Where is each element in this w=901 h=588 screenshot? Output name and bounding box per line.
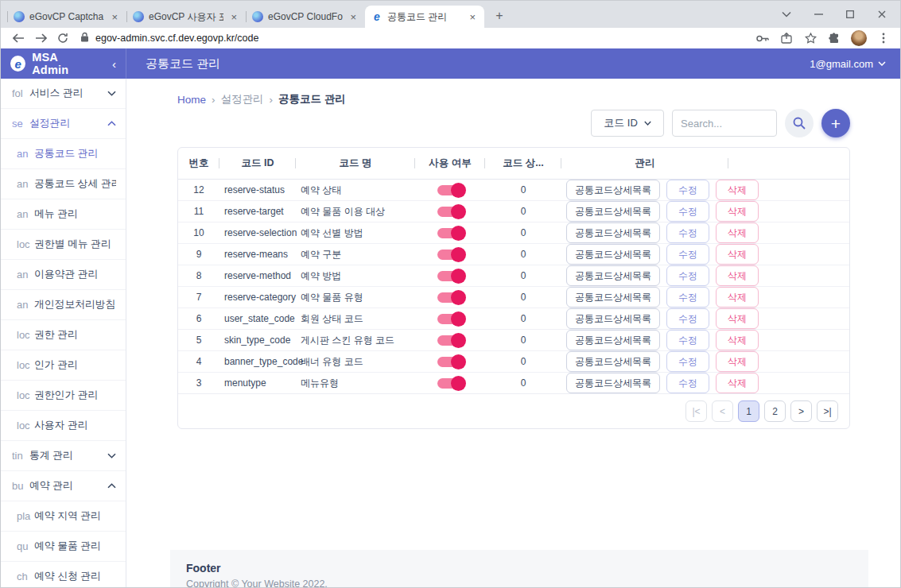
forward-icon[interactable] <box>31 29 50 47</box>
code-detail-list-button[interactable]: 공통코드상세목록 <box>566 222 660 243</box>
code-detail-list-button[interactable]: 공통코드상세목록 <box>566 287 660 308</box>
use-toggle-switch[interactable] <box>437 250 464 260</box>
maximize-icon[interactable] <box>840 5 860 24</box>
delete-button[interactable]: 삭제 <box>716 287 759 308</box>
edit-button[interactable]: 수정 <box>666 244 709 265</box>
edit-button[interactable]: 수정 <box>666 180 709 200</box>
use-toggle-switch[interactable] <box>437 207 464 217</box>
breadcrumb-home[interactable]: Home <box>177 94 206 106</box>
sidebar-item[interactable]: an 공통코드 상세 관리 <box>1 169 126 199</box>
delete-button[interactable]: 삭제 <box>716 222 759 243</box>
delete-button[interactable]: 삭제 <box>716 308 759 329</box>
sidebar-item[interactable]: se 설정관리 <box>1 109 126 139</box>
search-input[interactable] <box>672 110 777 137</box>
code-detail-list-button[interactable]: 공통코드상세목록 <box>566 330 660 350</box>
tab-close-icon[interactable]: × <box>228 11 239 23</box>
refresh-icon[interactable] <box>53 29 72 47</box>
tab-close-icon[interactable]: × <box>348 11 359 23</box>
url-text: egov-admin.svc.cf.dev.egovp.kr/code <box>95 33 258 44</box>
code-detail-list-button[interactable]: 공통코드상세목록 <box>566 351 660 372</box>
use-toggle-switch[interactable] <box>437 271 464 281</box>
edit-button[interactable]: 수정 <box>666 330 709 350</box>
sidebar-item[interactable]: an 메뉴 관리 <box>1 199 126 230</box>
use-toggle-switch[interactable] <box>437 314 464 324</box>
breadcrumb-level1[interactable]: 설정관리 <box>221 92 264 106</box>
sidebar-item[interactable]: bu 예약 관리 <box>1 471 126 501</box>
edit-button[interactable]: 수정 <box>666 373 709 393</box>
delete-button[interactable]: 삭제 <box>716 330 759 350</box>
sidebar-item[interactable]: loc 권한별 메뉴 관리 <box>1 230 126 260</box>
minimize-icon[interactable] <box>808 5 829 24</box>
extensions-puzzle-icon[interactable] <box>827 31 841 45</box>
sidebar-item[interactable]: ch 예약 신청 관리 <box>1 562 126 588</box>
page-button[interactable]: >| <box>817 400 838 422</box>
page-button[interactable]: > <box>790 400 812 422</box>
key-icon[interactable] <box>755 31 770 45</box>
cell-use-toggle <box>415 228 485 238</box>
sidebar-item[interactable]: an 개인정보처리방침 관 <box>1 290 126 320</box>
browser-tab[interactable]: e 공통코드 관리 × <box>365 6 484 28</box>
page-button[interactable]: 2 <box>764 400 786 422</box>
edit-button[interactable]: 수정 <box>666 287 709 308</box>
browser-tab[interactable]: eGovCP CloudFoundry × <box>246 6 365 28</box>
omnibox[interactable]: egov-admin.svc.cf.dev.egovp.kr/code <box>76 29 752 47</box>
sidebar-item[interactable]: loc 인가 관리 <box>1 350 126 381</box>
add-code-button[interactable]: + <box>821 109 850 137</box>
page-button[interactable]: |< <box>685 400 707 422</box>
code-detail-list-button[interactable]: 공통코드상세목록 <box>566 308 660 329</box>
delete-button[interactable]: 삭제 <box>716 265 759 286</box>
code-detail-list-button[interactable]: 공통코드상세목록 <box>566 244 660 265</box>
delete-button[interactable]: 삭제 <box>716 244 759 265</box>
delete-button[interactable]: 삭제 <box>716 351 759 372</box>
use-toggle-switch[interactable] <box>437 185 464 195</box>
sidebar-collapse-icon[interactable]: ‹ <box>112 57 116 71</box>
bookmark-star-icon[interactable] <box>803 31 818 45</box>
code-detail-list-button[interactable]: 공통코드상세목록 <box>566 201 660 222</box>
cell-number: 10 <box>178 227 219 238</box>
use-toggle-switch[interactable] <box>437 292 464 303</box>
cell-use-toggle <box>415 314 485 324</box>
edit-button[interactable]: 수정 <box>666 265 709 286</box>
browser-tab[interactable]: eGovCP Captcha × <box>7 6 126 28</box>
edit-button[interactable]: 수정 <box>666 201 709 222</box>
page-button[interactable]: < <box>712 400 733 422</box>
cell-code-name: 게시판 스킨 유형 코드 <box>296 334 415 347</box>
close-icon[interactable] <box>872 5 892 24</box>
sidebar-item[interactable]: an 공통코드 관리 <box>1 139 126 169</box>
tab-close-icon[interactable]: × <box>109 11 120 23</box>
kebab-menu-icon[interactable] <box>876 31 891 45</box>
code-detail-list-button[interactable]: 공통코드상세목록 <box>566 180 660 200</box>
use-toggle-switch[interactable] <box>437 357 464 367</box>
user-menu[interactable]: 1@gmail.com <box>810 58 900 70</box>
delete-button[interactable]: 삭제 <box>716 373 759 393</box>
search-button[interactable] <box>785 109 814 137</box>
sidebar-item[interactable]: fol 서비스 관리 <box>1 79 126 109</box>
back-icon[interactable] <box>9 29 28 47</box>
chevron-down-icon <box>107 453 116 458</box>
sidebar-item[interactable]: tin 통계 관리 <box>1 441 126 471</box>
tab-search-chevron-icon[interactable] <box>776 5 797 24</box>
edit-button[interactable]: 수정 <box>666 351 709 372</box>
use-toggle-switch[interactable] <box>437 378 464 389</box>
use-toggle-switch[interactable] <box>437 228 464 238</box>
edit-button[interactable]: 수정 <box>666 222 709 243</box>
delete-button[interactable]: 삭제 <box>716 180 759 200</box>
profile-avatar[interactable] <box>851 30 867 46</box>
sidebar-item[interactable]: qu 예약 물품 관리 <box>1 532 126 562</box>
code-detail-list-button[interactable]: 공통코드상세목록 <box>566 265 660 286</box>
delete-button[interactable]: 삭제 <box>716 201 759 222</box>
edit-button[interactable]: 수정 <box>666 308 709 329</box>
sidebar-item[interactable]: loc 권한 관리 <box>1 320 126 350</box>
page-button[interactable]: 1 <box>738 400 759 422</box>
sidebar-item[interactable]: an 이용약관 관리 <box>1 260 126 290</box>
tab-close-icon[interactable]: × <box>467 11 478 23</box>
sidebar-item[interactable]: loc 권한인가 관리 <box>1 381 126 411</box>
sidebar-item[interactable]: loc 사용자 관리 <box>1 411 126 441</box>
share-icon[interactable] <box>779 31 794 45</box>
sidebar-item[interactable]: pla 예약 지역 관리 <box>1 501 126 532</box>
code-detail-list-button[interactable]: 공통코드상세목록 <box>566 373 660 393</box>
filter-dropdown[interactable]: 코드 ID <box>591 110 664 137</box>
use-toggle-switch[interactable] <box>437 335 464 346</box>
new-tab-button[interactable]: + <box>489 6 510 26</box>
browser-tab[interactable]: eGovCP 사용자 포털 × <box>126 6 246 28</box>
